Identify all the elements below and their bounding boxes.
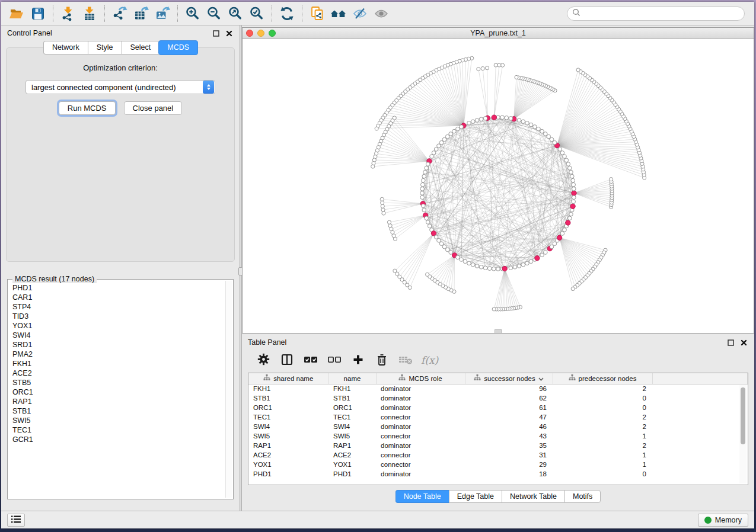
mcds-result-item[interactable]: FKH1 bbox=[12, 359, 225, 368]
cell[interactable]: dominator bbox=[376, 441, 465, 450]
float-table-panel-icon[interactable] bbox=[726, 336, 735, 346]
tab-select[interactable]: Select bbox=[122, 41, 160, 55]
cell[interactable]: connector bbox=[376, 431, 465, 441]
cell[interactable]: dominator bbox=[376, 403, 465, 412]
mcds-result-item[interactable]: ACE2 bbox=[12, 368, 225, 378]
import-table-button[interactable] bbox=[79, 4, 100, 23]
status-list-button[interactable] bbox=[7, 514, 25, 527]
cell[interactable]: dominator bbox=[376, 469, 465, 479]
table-row[interactable]: YOX1YOX1connector291 bbox=[248, 460, 748, 469]
duplicate-network-button[interactable] bbox=[307, 4, 328, 23]
mcds-result-item[interactable]: PHD1 bbox=[12, 283, 225, 293]
cell[interactable]: TEC1 bbox=[328, 412, 376, 422]
open-session-button[interactable] bbox=[6, 4, 27, 23]
cell[interactable]: 1 bbox=[553, 460, 652, 469]
tab-edge-table[interactable]: Edge Table bbox=[449, 490, 502, 503]
column-header-MCDS-role[interactable]: MCDS role bbox=[376, 373, 465, 384]
table-row[interactable]: ACE2ACE2connector311 bbox=[248, 450, 748, 460]
column-header-successor-nodes[interactable]: successor nodes bbox=[465, 373, 553, 384]
column-header-name[interactable]: name bbox=[328, 373, 376, 384]
hide-selected-button[interactable] bbox=[349, 4, 371, 23]
zoom-out-button[interactable] bbox=[203, 4, 225, 23]
search-input[interactable] bbox=[583, 9, 739, 18]
close-window-icon[interactable] bbox=[246, 30, 253, 37]
cell[interactable]: 2 bbox=[553, 384, 652, 393]
cell[interactable]: 61 bbox=[465, 403, 553, 412]
cell[interactable]: FKH1 bbox=[328, 384, 376, 393]
mcds-result-item[interactable]: YOX1 bbox=[12, 321, 225, 331]
mcds-result-item[interactable]: STB1 bbox=[12, 406, 225, 416]
table-row[interactable]: RAP1RAP1dominator352 bbox=[248, 441, 748, 450]
cell[interactable]: ACE2 bbox=[328, 450, 376, 460]
cell[interactable]: 0 bbox=[553, 469, 652, 479]
zoom-in-button[interactable] bbox=[182, 4, 203, 23]
cell[interactable]: FKH1 bbox=[248, 384, 328, 393]
table-scrollbar[interactable] bbox=[739, 385, 747, 483]
cell[interactable]: 0 bbox=[553, 393, 652, 403]
mcds-result-list[interactable]: PHD1CAR1STP4TID3YOX1SWI4SRD1PMA2FKH1ACE2… bbox=[12, 283, 225, 498]
cell[interactable]: PHD1 bbox=[328, 469, 376, 479]
cell[interactable]: 46 bbox=[465, 422, 553, 431]
table-options-button[interactable] bbox=[254, 351, 273, 369]
mcds-result-item[interactable]: CAR1 bbox=[12, 293, 225, 302]
scrollbar-thumb[interactable] bbox=[741, 387, 745, 444]
close-table-panel-icon[interactable] bbox=[739, 336, 748, 346]
search-field[interactable] bbox=[567, 7, 745, 21]
cell[interactable]: 96 bbox=[465, 384, 553, 393]
network-titlebar[interactable]: YPA_prune.txt_1 bbox=[243, 28, 754, 39]
mcds-result-item[interactable]: SRD1 bbox=[12, 340, 225, 350]
tab-network[interactable]: Network bbox=[43, 41, 88, 55]
cell[interactable]: RAP1 bbox=[248, 441, 328, 450]
mcds-result-item[interactable]: STP4 bbox=[12, 302, 225, 312]
deselect-all-rows-button[interactable] bbox=[325, 351, 344, 369]
network-graph[interactable] bbox=[243, 39, 753, 333]
close-panel-icon[interactable] bbox=[224, 27, 234, 37]
first-neighbors-button[interactable] bbox=[328, 4, 349, 23]
column-header-shared-name[interactable]: shared name bbox=[248, 373, 328, 384]
cell[interactable]: 1 bbox=[553, 431, 652, 441]
cell[interactable]: STB1 bbox=[248, 393, 328, 403]
cell[interactable]: 2 bbox=[553, 412, 652, 422]
cell[interactable]: 43 bbox=[465, 431, 553, 441]
cell[interactable]: 47 bbox=[465, 412, 553, 422]
mcds-result-item[interactable]: ORC1 bbox=[12, 387, 225, 397]
add-column-button[interactable] bbox=[349, 351, 368, 369]
refresh-view-button[interactable] bbox=[276, 4, 298, 23]
tab-style[interactable]: Style bbox=[88, 41, 122, 55]
export-network-button[interactable] bbox=[109, 4, 130, 23]
cell[interactable]: dominator bbox=[376, 393, 465, 403]
show-all-button[interactable] bbox=[371, 4, 392, 23]
cell[interactable]: connector bbox=[376, 412, 465, 422]
cell[interactable]: ORC1 bbox=[328, 403, 376, 412]
cell[interactable]: 1 bbox=[553, 450, 652, 460]
cell[interactable]: YOX1 bbox=[328, 460, 376, 469]
cell[interactable]: connector bbox=[376, 450, 465, 460]
memory-button[interactable]: Memory bbox=[698, 514, 748, 527]
tab-network-table[interactable]: Network Table bbox=[502, 490, 564, 503]
mcds-result-item[interactable]: RAP1 bbox=[12, 397, 225, 406]
mcds-result-item[interactable]: TEC1 bbox=[12, 425, 225, 435]
table-row[interactable]: TEC1TEC1connector472 bbox=[248, 412, 748, 422]
select-all-rows-button[interactable] bbox=[301, 351, 320, 369]
optimization-criterion-select[interactable]: largest connected component (undirected) bbox=[25, 80, 215, 94]
import-network-button[interactable] bbox=[58, 4, 79, 23]
cell[interactable]: SWI5 bbox=[328, 431, 376, 441]
cell[interactable]: SWI5 bbox=[248, 431, 328, 441]
mcds-result-scrollbar[interactable] bbox=[225, 281, 232, 498]
tab-node-table[interactable]: Node Table bbox=[395, 490, 449, 503]
table-row[interactable]: SWI4SWI4dominator462 bbox=[248, 422, 748, 431]
mcds-result-item[interactable]: SWI5 bbox=[12, 416, 225, 425]
mcds-result-item[interactable]: SWI4 bbox=[12, 331, 225, 340]
cell[interactable]: STB1 bbox=[328, 393, 376, 403]
export-image-button[interactable] bbox=[152, 4, 173, 23]
cell[interactable]: connector bbox=[376, 460, 465, 469]
node-table[interactable]: shared namenameMCDS rolesuccessor nodesp… bbox=[248, 373, 748, 479]
tab-motifs[interactable]: Motifs bbox=[564, 490, 601, 503]
cell[interactable]: 0 bbox=[553, 403, 652, 412]
cell[interactable]: 2 bbox=[553, 441, 652, 450]
table-row[interactable]: PHD1PHD1dominator180 bbox=[248, 469, 748, 479]
mcds-result-item[interactable]: STB5 bbox=[12, 378, 225, 387]
cell[interactable]: ORC1 bbox=[248, 403, 328, 412]
tab-mcds[interactable]: MCDS bbox=[158, 40, 198, 55]
cell[interactable]: 29 bbox=[465, 460, 553, 469]
